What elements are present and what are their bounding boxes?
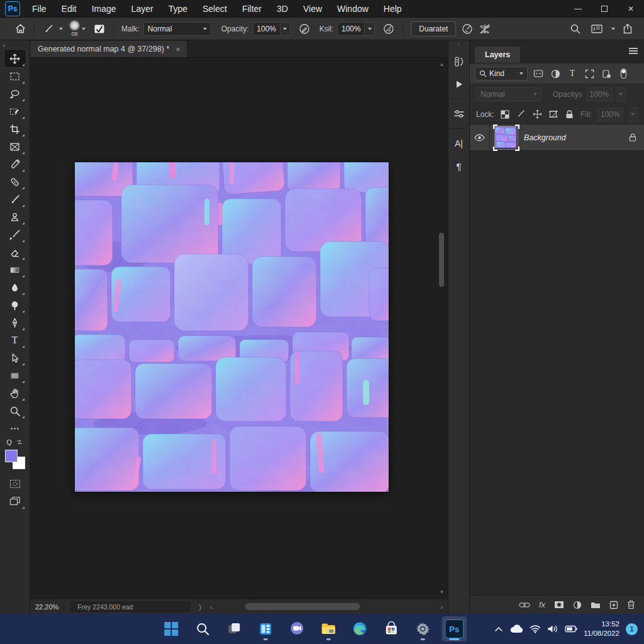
onedrive-cloud-icon[interactable] bbox=[509, 625, 523, 633]
smoothing-options-button[interactable] bbox=[458, 21, 476, 37]
lock-transparent-pixels-button[interactable] bbox=[499, 109, 511, 120]
edit-toolbar-button[interactable] bbox=[4, 419, 26, 437]
flow-input[interactable]: 100% bbox=[337, 22, 365, 36]
new-group-button[interactable] bbox=[591, 601, 601, 609]
filter-smart-objects-button[interactable] bbox=[600, 67, 613, 80]
layer-name[interactable]: Background bbox=[524, 133, 566, 142]
horizontal-scroll-thumb[interactable] bbox=[245, 603, 360, 610]
file-explorer-button[interactable] bbox=[316, 616, 341, 641]
zoom-level-field[interactable]: 22.20% bbox=[30, 603, 64, 611]
eyedropper-tool[interactable] bbox=[4, 155, 26, 173]
crop-tool[interactable] bbox=[4, 120, 26, 138]
gradient-tool[interactable] bbox=[4, 261, 26, 279]
tray-expand-chevron-icon[interactable] bbox=[494, 626, 503, 632]
menu-edit[interactable]: Edit bbox=[55, 1, 84, 17]
close-button[interactable]: ✕ bbox=[618, 0, 644, 18]
flow-dropdown[interactable] bbox=[365, 22, 375, 36]
layer-opacity-field[interactable]: 100% bbox=[586, 87, 613, 101]
tool-preset-button[interactable] bbox=[40, 21, 57, 37]
blend-mode-select[interactable]: Normal bbox=[143, 22, 211, 36]
layer-style-button[interactable]: fx bbox=[539, 600, 545, 609]
menu-help[interactable]: Help bbox=[377, 1, 409, 17]
zoom-tool[interactable] bbox=[4, 402, 26, 419]
symmetry-button[interactable] bbox=[476, 21, 494, 37]
layer-blend-mode-select[interactable]: Normal bbox=[476, 87, 541, 101]
taskbar-search-button[interactable] bbox=[190, 616, 215, 641]
layers-tab[interactable]: Layers bbox=[475, 47, 520, 63]
lock-all-button[interactable] bbox=[564, 109, 575, 120]
swap-arrows-icon[interactable] bbox=[16, 438, 23, 446]
move-tool[interactable] bbox=[4, 50, 26, 67]
link-layers-button[interactable] bbox=[519, 601, 530, 609]
tab-close-icon[interactable]: × bbox=[175, 45, 180, 54]
menu-select[interactable]: Select bbox=[196, 1, 234, 17]
foreground-color-swatch[interactable] bbox=[5, 450, 18, 462]
clone-stamp-tool[interactable] bbox=[4, 208, 26, 226]
panel-menu-icon[interactable] bbox=[629, 48, 638, 54]
edge-button[interactable] bbox=[347, 616, 372, 641]
lasso-tool[interactable] bbox=[4, 85, 26, 103]
opacity-input[interactable]: 100% bbox=[253, 22, 280, 36]
filter-toggle-switch[interactable] bbox=[617, 67, 630, 80]
filter-pixel-layers-button[interactable] bbox=[532, 67, 545, 80]
minimize-button[interactable]: — bbox=[565, 0, 591, 18]
canvas-viewport[interactable]: ▲ ▼ bbox=[30, 58, 448, 599]
document-tab[interactable]: Generated normal map 4 @ 37/298) * × bbox=[30, 41, 187, 57]
type-tool[interactable]: T bbox=[4, 331, 26, 349]
widgets-button[interactable] bbox=[253, 616, 278, 641]
layer-opacity-dropdown[interactable] bbox=[616, 87, 626, 101]
vertical-scrollbar[interactable]: ▲ ▼ bbox=[438, 62, 445, 595]
document-info[interactable]: Frey 2243.000 ead bbox=[70, 602, 190, 612]
filter-type-layers-button[interactable]: T bbox=[566, 67, 579, 80]
frame-tool[interactable] bbox=[4, 138, 26, 155]
smoothing-button[interactable]: Duaratet bbox=[411, 21, 456, 36]
scroll-up-arrow[interactable]: ▲ bbox=[439, 62, 445, 67]
spot-healing-brush-tool[interactable] bbox=[4, 173, 26, 191]
menu-filter[interactable]: Filter bbox=[235, 1, 269, 17]
search-button[interactable] bbox=[567, 21, 584, 37]
scroll-left-chevron[interactable]: ‹ bbox=[210, 603, 213, 611]
layer-row-background[interactable]: Background bbox=[470, 125, 644, 151]
panel-paragraph-button[interactable]: ¶ bbox=[450, 157, 468, 175]
share-button[interactable] bbox=[619, 21, 636, 37]
wifi-icon[interactable] bbox=[530, 625, 541, 633]
menu-file[interactable]: File bbox=[25, 1, 53, 17]
panel-character-button[interactable]: A| bbox=[450, 134, 468, 153]
store-button[interactable] bbox=[379, 616, 404, 641]
toolbar-collapse-button[interactable]: » bbox=[0, 42, 8, 50]
brush-preset-picker[interactable]: 08 bbox=[69, 20, 80, 37]
taskbar-clock[interactable]: 13:52 11/08/2022 bbox=[584, 619, 619, 638]
layer-fill-dropdown[interactable] bbox=[628, 108, 638, 121]
new-adjustment-layer-button[interactable] bbox=[573, 601, 582, 609]
workspace-switcher[interactable] bbox=[588, 21, 606, 37]
vertical-scroll-thumb[interactable] bbox=[439, 233, 444, 287]
panel-actions-button[interactable] bbox=[450, 75, 468, 94]
scroll-down-arrow[interactable]: ▼ bbox=[439, 589, 445, 595]
dodge-tool[interactable] bbox=[4, 296, 26, 314]
workspace-chevron[interactable] bbox=[611, 28, 615, 30]
history-brush-tool[interactable] bbox=[4, 226, 26, 243]
panel-properties-button[interactable] bbox=[450, 104, 468, 123]
teams-button[interactable] bbox=[284, 616, 309, 641]
scroll-right-chevron[interactable]: › bbox=[440, 603, 443, 611]
opacity-pressure-toggle[interactable] bbox=[296, 21, 313, 37]
object-selection-tool[interactable] bbox=[4, 103, 26, 120]
menu-type[interactable]: Type bbox=[162, 1, 194, 17]
brush-picker-chevron[interactable] bbox=[82, 28, 86, 30]
panel-brushes-button[interactable] bbox=[450, 52, 468, 71]
lock-artboard-button[interactable] bbox=[548, 109, 559, 120]
shape-tool[interactable] bbox=[4, 367, 26, 384]
menu-3d[interactable]: 3D bbox=[270, 1, 295, 17]
screen-mode-button[interactable] bbox=[4, 492, 26, 510]
start-button[interactable] bbox=[158, 616, 184, 641]
task-view-button[interactable] bbox=[221, 616, 247, 641]
menu-layer[interactable]: Layer bbox=[125, 1, 160, 17]
speaker-icon[interactable] bbox=[547, 625, 558, 633]
brush-settings-toggle[interactable] bbox=[91, 21, 108, 37]
notification-badge[interactable]: 1 bbox=[626, 623, 638, 635]
pen-tool[interactable] bbox=[4, 314, 26, 331]
photoshop-taskbar-button[interactable]: Ps bbox=[441, 616, 467, 641]
menu-image[interactable]: Image bbox=[85, 1, 123, 17]
layer-fill-field[interactable]: 100% bbox=[597, 108, 624, 121]
layer-thumbnail[interactable] bbox=[495, 126, 518, 149]
